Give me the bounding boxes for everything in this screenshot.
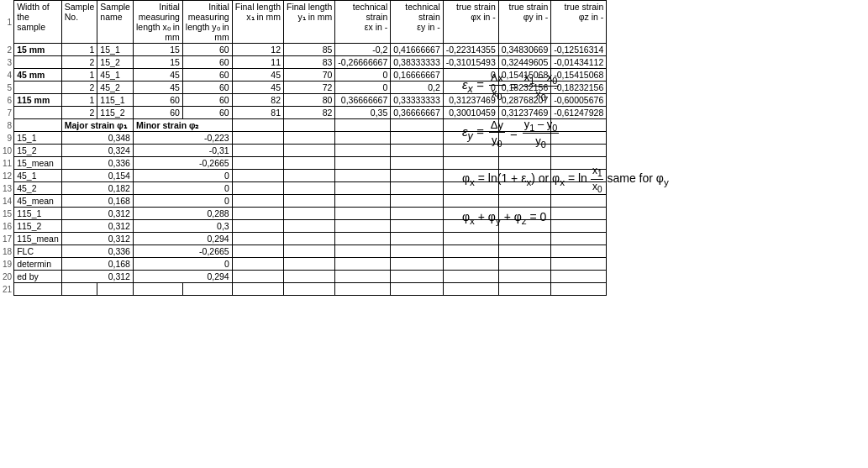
cell-minor: -0,31 <box>133 145 232 157</box>
cell-y1: 72 <box>284 82 335 94</box>
cell-empty <box>391 283 443 296</box>
cell-major: 0,324 <box>61 145 133 157</box>
ey-y0-2: y0 <box>534 134 548 150</box>
row-num: 11 <box>0 157 14 170</box>
ex-delta-x: Δx <box>489 71 505 86</box>
ey-y0: y0 <box>490 133 504 149</box>
cell-sample-no: 1 <box>61 69 97 82</box>
cell-empty <box>182 283 232 296</box>
ey-frac1: Δy y0 <box>489 118 505 149</box>
main-container: 1 Width ofthesample SampleNo. Samplename… <box>0 0 868 296</box>
ex-x0-2: x0 <box>534 87 548 103</box>
ex-frac2: x1 – x0 x0 <box>523 71 560 103</box>
cell-x0: 45 <box>133 69 182 82</box>
phix-right: same for φy <box>607 171 668 187</box>
cell-minor: -0,2665 <box>133 245 232 258</box>
row-num: 19 <box>0 258 14 271</box>
row-num: 9 <box>0 132 14 145</box>
cell-y1: 70 <box>284 69 335 82</box>
cell-y1: 83 <box>284 56 335 69</box>
cell-ey: 0,38333333 <box>391 56 443 69</box>
cell-empty <box>284 245 335 258</box>
cell-x1: 81 <box>232 107 283 119</box>
cell-sample-name: 45_1 <box>97 69 134 82</box>
phix-left: φx = ln(1 + εx) or φx = ln <box>462 171 587 187</box>
cell-y0: 60 <box>182 107 232 119</box>
row-num: 20 <box>0 271 14 283</box>
cell-sample-no: 2 <box>61 107 97 119</box>
row-num: 14 <box>0 195 14 208</box>
cell-empty <box>335 195 391 208</box>
ex-label: εx = <box>462 77 484 95</box>
ex-x1-x0: x1 – x0 <box>523 71 560 87</box>
cell-empty <box>391 208 443 220</box>
row-num: 7 <box>0 107 14 119</box>
cell-label: 45_2 <box>14 182 62 195</box>
cell-label: 15_mean <box>14 157 62 170</box>
cell-empty <box>284 182 335 195</box>
ey-eq: = <box>510 126 518 140</box>
cell-width <box>14 107 62 119</box>
cell-empty <box>232 119 283 132</box>
row-num: 4 <box>0 69 14 82</box>
cell-y0: 60 <box>182 44 232 56</box>
cell-empty <box>391 258 443 271</box>
cell-x0: 15 <box>133 44 182 56</box>
cell-minor: 0,294 <box>133 233 232 245</box>
cell-label: FLC <box>14 245 62 258</box>
row-num: 12 <box>0 170 14 182</box>
formula-section: εx = Δx x0 = x1 – x0 x0 εy = Δy y0 = y1 … <box>445 0 868 296</box>
cell-minor: 0 <box>133 195 232 208</box>
row-num: 3 <box>0 56 14 69</box>
cell-empty <box>14 119 62 132</box>
cell-y0: 60 <box>182 69 232 82</box>
row-num: 18 <box>0 245 14 258</box>
cell-width: 45 mm <box>14 69 62 82</box>
hdr-major-strain: Major strain φ₁ <box>61 119 133 132</box>
cell-empty <box>284 157 335 170</box>
cell-empty <box>391 220 443 233</box>
cell-empty <box>284 258 335 271</box>
cell-width: 115 mm <box>14 94 62 107</box>
row-num: 13 <box>0 182 14 195</box>
cell-empty <box>284 119 335 132</box>
cell-empty <box>284 145 335 157</box>
cell-empty <box>61 283 97 296</box>
cell-empty <box>284 233 335 245</box>
hdr-final-x: Final lengthx₁ in mm <box>232 1 283 44</box>
cell-width: 15 mm <box>14 44 62 56</box>
phix-x1: x1 <box>591 165 604 180</box>
cell-x0: 45 <box>133 82 182 94</box>
cell-empty <box>284 132 335 145</box>
cell-y0: 60 <box>182 82 232 94</box>
ey-label: εy = <box>462 124 484 142</box>
cell-empty <box>284 220 335 233</box>
formula-phi-sum: φx + φy + φz = 0 <box>462 210 851 226</box>
cell-ex: 0,35 <box>335 107 391 119</box>
cell-empty <box>232 258 283 271</box>
cell-empty <box>232 271 283 283</box>
row-num: 21 <box>0 283 14 296</box>
cell-label: 45_mean <box>14 195 62 208</box>
cell-sample-name: 45_2 <box>97 82 134 94</box>
cell-ey: 0,36666667 <box>391 107 443 119</box>
ey-delta-y: Δy <box>489 118 505 133</box>
cell-empty <box>335 245 391 258</box>
cell-x1: 45 <box>232 82 283 94</box>
cell-empty <box>232 220 283 233</box>
hdr-init-x: Initialmeasuringlength x₀ inmm <box>133 1 182 44</box>
cell-label: 115_mean <box>14 233 62 245</box>
cell-major: 0,154 <box>61 170 133 182</box>
cell-major: 0,312 <box>61 233 133 245</box>
cell-label: 115_2 <box>14 220 62 233</box>
cell-major: 0,336 <box>61 157 133 170</box>
cell-y0: 60 <box>182 94 232 107</box>
phi-sum-text: φx + φy + φz = 0 <box>462 210 546 226</box>
cell-major: 0,168 <box>61 258 133 271</box>
cell-x0: 60 <box>133 94 182 107</box>
formula-ey: εy = Δy y0 = y1 – y0 y0 <box>462 118 851 150</box>
formula-phix: φx = ln(1 + εx) or φx = ln x1 x0 same fo… <box>462 165 851 195</box>
cell-empty <box>232 170 283 182</box>
row-num: 8 <box>0 119 14 132</box>
cell-empty <box>335 208 391 220</box>
